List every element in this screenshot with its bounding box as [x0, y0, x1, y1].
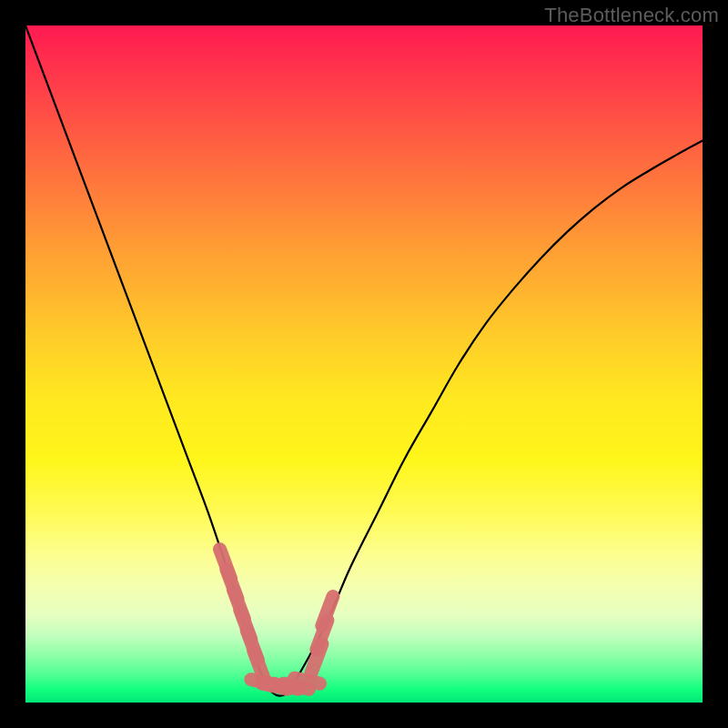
plot-area: [25, 25, 703, 703]
chart-overlay: [25, 25, 703, 703]
watermark-text: TheBottleneck.com: [544, 4, 719, 27]
marker-group: [219, 549, 332, 689]
chart-frame: TheBottleneck.com: [0, 0, 728, 728]
curve-marker: [295, 678, 320, 683]
bottleneck-curve: [25, 25, 703, 696]
